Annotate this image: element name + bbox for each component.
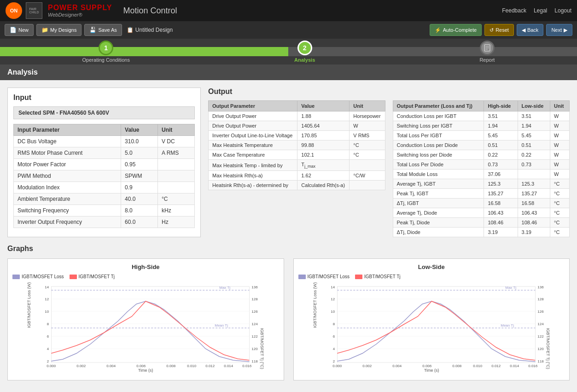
out1-col-value: Value — [297, 101, 350, 111]
step-3[interactable]: Report — [479, 41, 495, 63]
step-3-circle — [480, 41, 495, 55]
table-row: Switching loss per Diode0.220.22W — [393, 150, 570, 160]
top-nav-right: Feedback Legal Logout — [502, 7, 571, 14]
table-row: ΔTj, IGBT16.5816.58°C — [393, 199, 570, 208]
svg-text:0.008: 0.008 — [452, 364, 462, 368]
output-tables: Output Parameter Value Unit Drive Output… — [208, 100, 570, 237]
reset-button[interactable]: ↺ Reset — [484, 24, 514, 36]
out2-high-val: 0.73 — [484, 160, 518, 170]
selected-spm: Selected SPM - FNA40560 5A 600V — [13, 106, 195, 119]
out2-low-val: 5.45 — [518, 131, 550, 140]
out2-param-name: Total Loss Per IGBT — [393, 131, 484, 140]
save-icon: 💾 — [89, 27, 96, 33]
table-row: Total Module Loss37.06W — [393, 170, 570, 179]
table-row: Peak Tj, IGBT135.27135.27°C — [393, 189, 570, 199]
document-icon: 📋 — [127, 27, 134, 33]
svg-text:120: 120 — [537, 347, 544, 351]
section-title: Analysis — [7, 68, 38, 76]
out2-col-param: Output Parameter (Loss and Tj) — [393, 101, 484, 111]
param-unit — [158, 170, 195, 182]
high-side-graph-title: High-Side — [12, 263, 279, 270]
svg-text:4: 4 — [332, 347, 335, 351]
table-row: Max Heatsink Temp - limited byTj_max — [209, 160, 385, 171]
out2-unit: W — [550, 131, 570, 140]
svg-text:0.002: 0.002 — [76, 364, 86, 368]
out2-high-val: 135.27 — [484, 189, 518, 199]
out2-high-val: 5.45 — [484, 131, 518, 140]
step-1-circle: 1 — [99, 41, 113, 55]
out2-col-low: Low-side — [518, 101, 550, 111]
out2-unit: W — [550, 170, 570, 179]
autocomplete-icon: ⚡ — [435, 27, 441, 33]
out2-low-val: 0.73 — [518, 160, 550, 170]
param-name: PWM Method — [14, 170, 121, 182]
out1-col-param: Output Parameter — [209, 101, 297, 111]
svg-text:4: 4 — [47, 347, 49, 351]
new-button[interactable]: 📄 New — [5, 24, 34, 36]
out-param-value: 1.88 — [297, 111, 350, 121]
svg-text:6: 6 — [332, 334, 335, 339]
out-param-value: 170.85 — [297, 131, 350, 140]
toolbar-right: ⚡ Auto-Complete ↺ Reset ◀ Back Next ▶ — [430, 24, 572, 36]
logout-link[interactable]: Logout — [554, 7, 571, 14]
svg-text:8: 8 — [332, 322, 335, 326]
param-name: RMS Motor Phase Current — [14, 147, 121, 159]
low-side-graph: Low-Side IGBT/MOSFET Loss IGBT/MOSFET Tj… — [293, 258, 570, 380]
step-2[interactable]: 2 Analysis — [294, 41, 315, 63]
out-param-name: Heatsink Rth(s-a) - determined by — [209, 181, 297, 190]
reset-icon: ↺ — [490, 27, 494, 33]
back-button[interactable]: ◀ Back — [517, 24, 543, 36]
out2-high-val: 125.3 — [484, 179, 518, 189]
table-row: Switching Loss per IGBT1.941.94W — [393, 121, 570, 131]
out2-param-name: Conduction Loss per Diode — [393, 140, 484, 150]
svg-text:0.006: 0.006 — [136, 364, 146, 368]
out-param-value: 99.88 — [297, 140, 350, 150]
out-param-unit: V RMS — [350, 131, 385, 140]
param-name: Ambient Temperature — [14, 193, 121, 205]
out-param-name: Max Case Temperature — [209, 150, 297, 160]
param-unit: A RMS — [158, 147, 195, 159]
out2-param-name: Peak Tj, Diode — [393, 218, 484, 228]
svg-text:122: 122 — [251, 334, 258, 339]
out-param-unit: °C — [350, 140, 385, 150]
svg-text:10: 10 — [45, 310, 49, 314]
table-row: Total Loss Per Diode0.730.73W — [393, 160, 570, 170]
table-row: Motor Power Factor0.95 — [14, 159, 195, 170]
auto-complete-button[interactable]: ⚡ Auto-Complete — [430, 24, 482, 36]
out-param-unit — [350, 160, 385, 171]
design-name-area: 📋 Untitled Design — [127, 27, 173, 33]
out2-param-name: Total Loss Per Diode — [393, 160, 484, 170]
save-as-button[interactable]: 💾 Save As — [84, 24, 122, 36]
out2-unit: °C — [550, 228, 570, 237]
content-grid: Input Selected SPM - FNA40560 5A 600V In… — [7, 88, 570, 237]
fairchild-logo: FAIRCHILD — [26, 2, 42, 19]
param-name: Motor Power Factor — [14, 159, 121, 170]
next-button[interactable]: Next ▶ — [546, 24, 572, 36]
step-2-label: Analysis — [294, 57, 315, 63]
svg-text:2: 2 — [332, 359, 335, 363]
param-value: 0.9 — [121, 182, 158, 193]
feedback-link[interactable]: Feedback — [502, 7, 526, 14]
svg-text:0.008: 0.008 — [166, 364, 176, 368]
param-value: 8.0 — [121, 205, 158, 216]
step-1[interactable]: 1 Operating Conditions — [82, 41, 130, 63]
input-panel: Input Selected SPM - FNA40560 5A 600V In… — [7, 88, 201, 237]
table-row: Heatsink Rth(s-a) - determined byCalcula… — [209, 181, 385, 190]
svg-text:118: 118 — [251, 359, 258, 363]
svg-text:0.004: 0.004 — [392, 364, 402, 368]
out2-high-val: 37.06 — [484, 170, 518, 179]
out2-unit: W — [550, 140, 570, 150]
low-legend-tj-item: IGBT/MOSFET Tj — [355, 274, 401, 279]
section-header: Analysis — [0, 64, 577, 80]
table-row: Drive Output Power1.88Horsepower — [209, 111, 385, 121]
param-name: Modulation Index — [14, 182, 121, 193]
param-value: 40.0 — [121, 193, 158, 205]
top-navigation: ON FAIRCHILD POWER SUPPLY WebDesigner® M… — [0, 0, 577, 21]
out-param-value: 102.1 — [297, 150, 350, 160]
my-designs-button[interactable]: 📁 My Designs — [36, 24, 82, 36]
table-row: DC Bus Voltage310.0V DC — [14, 136, 195, 147]
table-row: Total Loss Per IGBT5.455.45W — [393, 131, 570, 140]
legend-loss-item: IGBT/MOSFET Loss — [12, 274, 64, 279]
svg-text:8: 8 — [47, 322, 49, 326]
legal-link[interactable]: Legal — [534, 7, 547, 14]
